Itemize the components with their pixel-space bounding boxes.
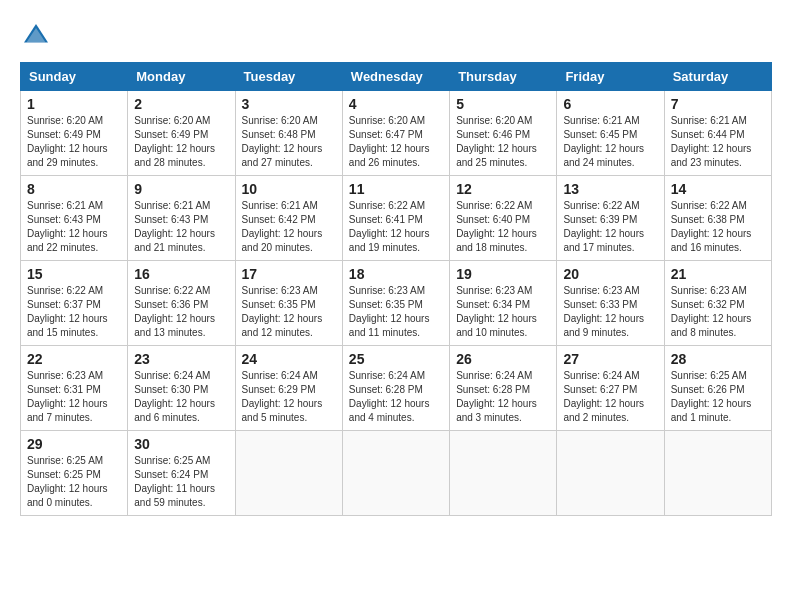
col-header-friday: Friday: [557, 63, 664, 91]
header: [20, 20, 772, 52]
day-4: 4Sunrise: 6:20 AMSunset: 6:47 PMDaylight…: [342, 91, 449, 176]
day-7: 7Sunrise: 6:21 AMSunset: 6:44 PMDaylight…: [664, 91, 771, 176]
day-24: 24Sunrise: 6:24 AMSunset: 6:29 PMDayligh…: [235, 346, 342, 431]
day-29: 29Sunrise: 6:25 AMSunset: 6:25 PMDayligh…: [21, 431, 128, 516]
day-1: 1Sunrise: 6:20 AMSunset: 6:49 PMDaylight…: [21, 91, 128, 176]
day-22: 22Sunrise: 6:23 AMSunset: 6:31 PMDayligh…: [21, 346, 128, 431]
day-19: 19Sunrise: 6:23 AMSunset: 6:34 PMDayligh…: [450, 261, 557, 346]
day-10: 10Sunrise: 6:21 AMSunset: 6:42 PMDayligh…: [235, 176, 342, 261]
logo: [20, 20, 58, 52]
day-3: 3Sunrise: 6:20 AMSunset: 6:48 PMDaylight…: [235, 91, 342, 176]
empty-cell: [664, 431, 771, 516]
day-8: 8Sunrise: 6:21 AMSunset: 6:43 PMDaylight…: [21, 176, 128, 261]
day-9: 9Sunrise: 6:21 AMSunset: 6:43 PMDaylight…: [128, 176, 235, 261]
day-25: 25Sunrise: 6:24 AMSunset: 6:28 PMDayligh…: [342, 346, 449, 431]
col-header-saturday: Saturday: [664, 63, 771, 91]
empty-cell: [342, 431, 449, 516]
day-21: 21Sunrise: 6:23 AMSunset: 6:32 PMDayligh…: [664, 261, 771, 346]
day-28: 28Sunrise: 6:25 AMSunset: 6:26 PMDayligh…: [664, 346, 771, 431]
col-header-thursday: Thursday: [450, 63, 557, 91]
header-row: SundayMondayTuesdayWednesdayThursdayFrid…: [21, 63, 772, 91]
col-header-monday: Monday: [128, 63, 235, 91]
day-11: 11Sunrise: 6:22 AMSunset: 6:41 PMDayligh…: [342, 176, 449, 261]
day-27: 27Sunrise: 6:24 AMSunset: 6:27 PMDayligh…: [557, 346, 664, 431]
day-14: 14Sunrise: 6:22 AMSunset: 6:38 PMDayligh…: [664, 176, 771, 261]
day-15: 15Sunrise: 6:22 AMSunset: 6:37 PMDayligh…: [21, 261, 128, 346]
day-17: 17Sunrise: 6:23 AMSunset: 6:35 PMDayligh…: [235, 261, 342, 346]
day-5: 5Sunrise: 6:20 AMSunset: 6:46 PMDaylight…: [450, 91, 557, 176]
col-header-tuesday: Tuesday: [235, 63, 342, 91]
day-16: 16Sunrise: 6:22 AMSunset: 6:36 PMDayligh…: [128, 261, 235, 346]
day-6: 6Sunrise: 6:21 AMSunset: 6:45 PMDaylight…: [557, 91, 664, 176]
day-30: 30Sunrise: 6:25 AMSunset: 6:24 PMDayligh…: [128, 431, 235, 516]
day-12: 12Sunrise: 6:22 AMSunset: 6:40 PMDayligh…: [450, 176, 557, 261]
day-2: 2Sunrise: 6:20 AMSunset: 6:49 PMDaylight…: [128, 91, 235, 176]
col-header-sunday: Sunday: [21, 63, 128, 91]
logo-icon: [20, 20, 52, 52]
col-header-wednesday: Wednesday: [342, 63, 449, 91]
day-26: 26Sunrise: 6:24 AMSunset: 6:28 PMDayligh…: [450, 346, 557, 431]
empty-cell: [235, 431, 342, 516]
empty-cell: [450, 431, 557, 516]
empty-cell: [557, 431, 664, 516]
day-18: 18Sunrise: 6:23 AMSunset: 6:35 PMDayligh…: [342, 261, 449, 346]
day-20: 20Sunrise: 6:23 AMSunset: 6:33 PMDayligh…: [557, 261, 664, 346]
day-13: 13Sunrise: 6:22 AMSunset: 6:39 PMDayligh…: [557, 176, 664, 261]
day-23: 23Sunrise: 6:24 AMSunset: 6:30 PMDayligh…: [128, 346, 235, 431]
calendar-table: SundayMondayTuesdayWednesdayThursdayFrid…: [20, 62, 772, 516]
